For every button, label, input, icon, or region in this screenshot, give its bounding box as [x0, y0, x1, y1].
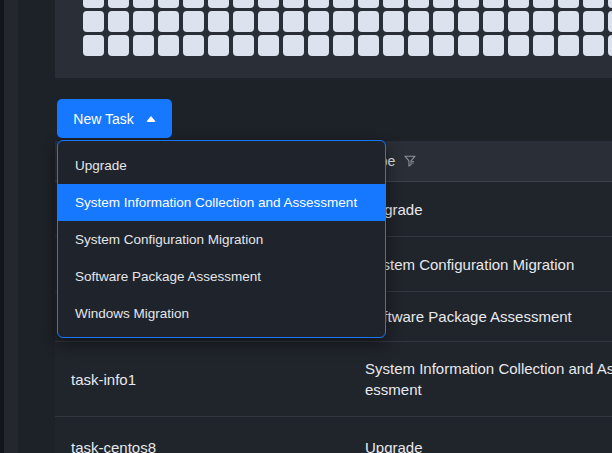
grid-cell[interactable] — [158, 35, 179, 56]
grid-cell[interactable] — [208, 11, 229, 32]
grid-cell[interactable] — [333, 11, 354, 32]
new-task-dropdown-menu: Upgrade System Information Collection an… — [57, 140, 386, 338]
grid-cell[interactable] — [508, 35, 529, 56]
grid-cell[interactable] — [433, 0, 454, 8]
grid-cell[interactable] — [508, 11, 529, 32]
left-rail-strip — [4, 0, 18, 453]
grid-cell[interactable] — [608, 11, 612, 32]
grid-cell[interactable] — [533, 11, 554, 32]
grid-cell[interactable] — [358, 0, 379, 8]
grid-cell[interactable] — [158, 11, 179, 32]
grid-cell[interactable] — [558, 11, 579, 32]
grid-cell[interactable] — [283, 0, 304, 8]
grid-cell[interactable] — [408, 0, 429, 8]
grid-cell[interactable] — [283, 35, 304, 56]
status-grid — [83, 0, 612, 56]
grid-cell[interactable] — [283, 11, 304, 32]
grid-cell[interactable] — [233, 35, 254, 56]
grid-cell[interactable] — [108, 11, 129, 32]
grid-cell[interactable] — [258, 11, 279, 32]
grid-cell[interactable] — [483, 0, 504, 8]
grid-cell[interactable] — [133, 0, 154, 8]
task-type-cell: Software Package Assessment — [365, 306, 612, 327]
filter-funnel-icon[interactable] — [403, 154, 417, 168]
grid-cell[interactable] — [408, 35, 429, 56]
grid-cell[interactable] — [458, 0, 479, 8]
grid-cell[interactable] — [333, 0, 354, 8]
grid-cell[interactable] — [308, 11, 329, 32]
grid-cell[interactable] — [533, 35, 554, 56]
grid-cell[interactable] — [183, 11, 204, 32]
grid-cell[interactable] — [83, 0, 104, 8]
grid-cell[interactable] — [458, 11, 479, 32]
grid-cell[interactable] — [458, 35, 479, 56]
table-row[interactable]: task-centos8 Upgrade — [55, 417, 612, 453]
task-type-cell: Upgrade — [365, 199, 612, 220]
grid-cell[interactable] — [383, 0, 404, 8]
grid-cell[interactable] — [583, 11, 604, 32]
menu-item-system-configuration-migration[interactable]: System Configuration Migration — [58, 221, 385, 258]
grid-cell[interactable] — [483, 11, 504, 32]
grid-cell[interactable] — [383, 35, 404, 56]
caret-up-icon — [146, 116, 156, 122]
grid-cell[interactable] — [83, 11, 104, 32]
grid-cell[interactable] — [108, 35, 129, 56]
grid-cell[interactable] — [358, 35, 379, 56]
task-name-cell: task-info1 — [55, 371, 365, 388]
grid-cell[interactable] — [608, 0, 612, 8]
grid-cell[interactable] — [608, 35, 612, 56]
grid-cell[interactable] — [233, 0, 254, 8]
grid-cell[interactable] — [358, 11, 379, 32]
task-name-cell: task-centos8 — [55, 439, 365, 453]
status-grid-panel — [55, 0, 612, 78]
grid-cell[interactable] — [208, 0, 229, 8]
grid-cell[interactable] — [558, 35, 579, 56]
grid-cell[interactable] — [133, 35, 154, 56]
grid-cell[interactable] — [183, 35, 204, 56]
grid-cell[interactable] — [183, 0, 204, 8]
grid-cell[interactable] — [83, 35, 104, 56]
task-type-cell: System Configuration Migration — [365, 254, 612, 275]
task-type-cell: Upgrade — [365, 437, 612, 453]
grid-cell[interactable] — [258, 0, 279, 8]
menu-item-windows-migration[interactable]: Windows Migration — [58, 295, 385, 332]
grid-cell[interactable] — [333, 35, 354, 56]
grid-cell[interactable] — [558, 0, 579, 8]
grid-cell[interactable] — [433, 35, 454, 56]
task-type-cell: System Information Collection and Assess… — [365, 358, 612, 400]
grid-cell[interactable] — [258, 35, 279, 56]
menu-item-upgrade[interactable]: Upgrade — [58, 147, 385, 184]
grid-cell[interactable] — [508, 0, 529, 8]
grid-cell[interactable] — [133, 11, 154, 32]
grid-cell[interactable] — [483, 35, 504, 56]
grid-cell[interactable] — [533, 0, 554, 8]
grid-cell[interactable] — [583, 0, 604, 8]
grid-cell[interactable] — [433, 11, 454, 32]
menu-item-software-package-assessment[interactable]: Software Package Assessment — [58, 258, 385, 295]
grid-cell[interactable] — [233, 11, 254, 32]
grid-cell[interactable] — [308, 0, 329, 8]
new-task-label: New Task — [73, 111, 133, 127]
grid-cell[interactable] — [583, 35, 604, 56]
menu-item-system-info-collection-assessment[interactable]: System Information Collection and Assess… — [58, 184, 385, 221]
grid-cell[interactable] — [308, 35, 329, 56]
grid-cell[interactable] — [158, 0, 179, 8]
grid-cell[interactable] — [408, 11, 429, 32]
type-column-header: Type — [365, 151, 612, 172]
grid-cell[interactable] — [383, 11, 404, 32]
new-task-button[interactable]: New Task — [57, 99, 172, 138]
grid-cell[interactable] — [208, 35, 229, 56]
grid-cell[interactable] — [108, 0, 129, 8]
table-row[interactable]: task-info1 System Information Collection… — [55, 342, 612, 417]
